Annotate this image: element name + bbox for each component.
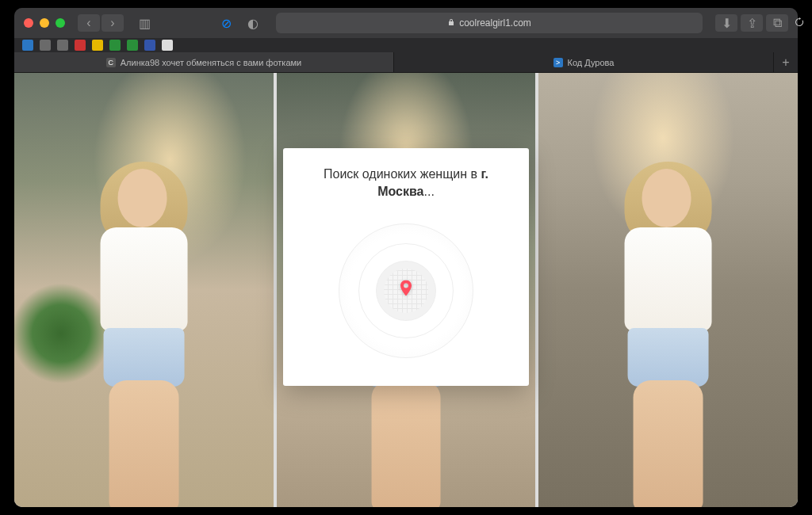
back-button[interactable]: ‹ (78, 14, 100, 32)
browser-tab[interactable]: CАлинка98 хочет обменяться с вами фоткам… (14, 52, 394, 72)
bookmark-item[interactable] (92, 40, 103, 51)
modal-text-prefix: Поиск одиноких женщин в (324, 167, 481, 181)
share-button[interactable]: ⇪ (741, 14, 763, 32)
photo-panel-1 (14, 73, 274, 507)
bookmark-item[interactable] (127, 40, 138, 51)
modal-city-prefix: г. (481, 167, 488, 181)
nav-buttons: ‹ › (78, 14, 124, 32)
address-bar[interactable]: coolrealgirl1.com (276, 13, 703, 33)
titlebar: ‹ › ▥ ⊘ ◐ coolrealgirl1.com ⬇ ⇪ ⧉ (14, 8, 798, 38)
search-modal: Поиск одиноких женщин в г. Москва... (283, 148, 529, 386)
bookmark-item[interactable] (144, 40, 155, 51)
modal-text: Поиск одиноких женщин в г. Москва... (297, 166, 515, 201)
tab-label: Код Дурова (568, 58, 615, 67)
tab-favicon: C (106, 58, 116, 67)
bookmark-item[interactable] (75, 40, 86, 51)
shield-icon: ◐ (247, 16, 259, 31)
maximize-window-button[interactable] (56, 18, 65, 28)
download-icon: ⬇ (722, 16, 732, 31)
tabs-overview-button[interactable]: ⧉ (766, 14, 788, 32)
sidebar-toggle-button[interactable]: ▥ (133, 14, 155, 32)
modal-city: Москва (377, 185, 423, 198)
bookmarks-bar (14, 38, 798, 52)
location-pin-icon (399, 280, 413, 295)
modal-ellipsis: ... (423, 185, 434, 198)
new-tab-button[interactable]: + (774, 52, 798, 72)
tab-favicon: > (553, 58, 563, 67)
bookmark-item[interactable] (40, 40, 51, 51)
close-window-button[interactable] (24, 18, 33, 28)
photo-panel-3 (538, 73, 798, 507)
bookmark-item[interactable] (57, 40, 68, 51)
right-toolbar: ⬇ ⇪ ⧉ (715, 14, 788, 32)
browser-tab[interactable]: >Код Дурова (394, 52, 774, 72)
privacy-icon: ⊘ (221, 16, 232, 31)
tabs-icon: ⧉ (773, 16, 782, 30)
minimize-window-button[interactable] (40, 18, 49, 28)
page-content: Поиск одиноких женщин в г. Москва... (14, 73, 798, 507)
radar-animation (339, 223, 473, 358)
person-figure (71, 169, 216, 494)
tabs-bar: CАлинка98 хочет обменяться с вами фоткам… (14, 52, 798, 73)
person-figure (596, 169, 741, 494)
bookmark-item[interactable] (22, 40, 33, 51)
bookmark-item[interactable] (162, 40, 173, 51)
reload-icon (795, 17, 798, 27)
forward-button[interactable]: › (102, 14, 124, 32)
chevron-right-icon: › (110, 16, 114, 30)
sidebar-icon: ▥ (139, 16, 151, 31)
lock-icon (447, 17, 455, 29)
downloads-button[interactable]: ⬇ (715, 14, 737, 32)
browser-window: ‹ › ▥ ⊘ ◐ coolrealgirl1.com ⬇ ⇪ ⧉ CАлинк… (14, 8, 798, 507)
tab-label: Алинка98 хочет обменяться с вами фотками (121, 58, 301, 67)
window-controls (24, 18, 65, 28)
reload-button[interactable] (795, 17, 798, 29)
share-icon: ⇪ (747, 16, 757, 31)
bookmark-item[interactable] (109, 40, 121, 51)
privacy-report-button[interactable]: ⊘ (216, 14, 236, 32)
chevron-left-icon: ‹ (86, 16, 90, 30)
url-text: coolrealgirl1.com (459, 17, 531, 29)
shield-button[interactable]: ◐ (243, 14, 263, 32)
